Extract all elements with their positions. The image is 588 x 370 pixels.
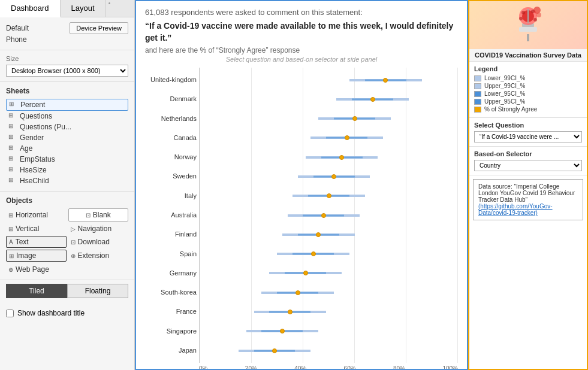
sheet-item-hsesize[interactable]: ⊞ HseSize bbox=[6, 165, 128, 175]
tab-dashboard[interactable]: Dashboard bbox=[0, 0, 61, 17]
image-icon: ⊞ bbox=[9, 253, 14, 259]
dot-point-italy bbox=[327, 193, 331, 198]
webpage-icon: ⊕ bbox=[8, 266, 13, 273]
vaccine-image bbox=[469, 1, 587, 49]
dot-row-singapore bbox=[200, 327, 458, 335]
sheet-item-empstatus[interactable]: ⊞ EmpStatus bbox=[6, 154, 128, 165]
dot-rows bbox=[200, 68, 458, 363]
sheet-item-percent[interactable]: ⊞ Percent bbox=[6, 99, 128, 111]
dot-row-australia bbox=[200, 211, 458, 220]
floating-button[interactable]: Floating bbox=[67, 284, 128, 298]
dot-point-singapore bbox=[280, 329, 285, 333]
legend-color-strongly-agree bbox=[474, 107, 481, 113]
x-label-0%: 0% bbox=[199, 365, 207, 370]
object-horizontal[interactable]: ⊞ Horizontal bbox=[6, 208, 67, 222]
extension-icon: ⊕ bbox=[71, 253, 76, 259]
survey-title: COVID19 Vaccination Survey Data bbox=[469, 49, 587, 62]
legend-item-lower95: Lower_95CI_% bbox=[474, 90, 582, 97]
dot-row-netherlands bbox=[200, 114, 458, 123]
legend-item-strongly-agree: % of Strongly Agree bbox=[474, 106, 582, 113]
right-panel: COVID19 Vaccination Survey Data Legend L… bbox=[468, 0, 588, 370]
object-label-navigation: Navigation bbox=[78, 225, 112, 233]
y-label-denmark: Denmark bbox=[145, 95, 199, 103]
legend-color-upper95 bbox=[474, 99, 481, 105]
data-source: Data source: "Imperial College London Yo… bbox=[473, 179, 583, 220]
object-image[interactable]: ⊞ Image bbox=[6, 250, 67, 262]
x-axis: 0%20%40%60%80%100% bbox=[145, 363, 458, 370]
objects-section: Objects ⊞ Horizontal ⊡ Blank ⊞ Vertical … bbox=[0, 192, 134, 280]
device-preview-button[interactable]: Device Preview bbox=[70, 22, 128, 34]
y-label-germany: Germany bbox=[145, 269, 199, 277]
object-label-image: Image bbox=[16, 251, 36, 260]
object-webpage[interactable]: ⊕ Web Page bbox=[6, 264, 128, 275]
sheet-icon-hsechild: ⊞ bbox=[8, 177, 17, 185]
sheet-item-gender[interactable]: ⊞ Gender bbox=[6, 132, 128, 143]
legend-section: Legend Lower_99CI_% Upper_99CI_% Lower_9… bbox=[469, 62, 587, 118]
y-label-norway: Norway bbox=[145, 153, 199, 161]
dot-row-norway bbox=[200, 153, 458, 162]
sheet-item-questions-pu[interactable]: ⊞ Questions (Pu... bbox=[6, 122, 128, 132]
based-on-section: Based-on Selector Country bbox=[469, 147, 587, 175]
left-panel: Dashboard Layout • Default Device Previe… bbox=[0, 0, 135, 370]
object-extension[interactable]: ⊕ Extension bbox=[68, 250, 129, 262]
legend-title: Legend bbox=[474, 65, 582, 72]
object-navigation[interactable]: ▷ Navigation bbox=[68, 223, 129, 234]
svg-point-8 bbox=[521, 11, 525, 14]
data-source-text: Data source: "Imperial College London Yo… bbox=[478, 183, 575, 203]
sheets-title: Sheets bbox=[6, 87, 128, 95]
dot-point-netherlands bbox=[352, 116, 357, 121]
dot-row-denmark bbox=[200, 95, 458, 104]
dot-row-sweden bbox=[200, 172, 458, 181]
horizontal-icon: ⊞ bbox=[8, 212, 13, 219]
object-text[interactable]: A Text bbox=[6, 236, 67, 248]
sheet-icon-empstatus: ⊞ bbox=[8, 155, 17, 163]
object-blank[interactable]: ⊡ Blank bbox=[68, 208, 129, 222]
dot-plot-inner: United-kingdomDenmarkNetherlandsCanadaNo… bbox=[145, 68, 458, 363]
tab-layout[interactable]: Layout bbox=[61, 0, 106, 17]
dot-row-canada bbox=[200, 134, 458, 142]
object-label-download: Download bbox=[78, 238, 110, 246]
sheet-item-age[interactable]: ⊞ Age bbox=[6, 143, 128, 154]
sheet-label-questions: Questions bbox=[20, 112, 52, 120]
object-vertical[interactable]: ⊞ Vertical bbox=[6, 223, 67, 234]
y-label-singapore: Singapore bbox=[145, 327, 199, 335]
tiled-button[interactable]: Tiled bbox=[6, 284, 67, 298]
blank-icon: ⊡ bbox=[86, 212, 91, 219]
show-title-row: Show dashboard title bbox=[0, 304, 134, 322]
dot-point-denmark bbox=[370, 97, 375, 102]
dot-row-south-korea bbox=[200, 289, 458, 297]
device-section: Default Device Preview Phone bbox=[0, 17, 134, 50]
dot-point-australia bbox=[321, 213, 326, 218]
size-section: Size Desktop Browser (1000 x 800) bbox=[0, 50, 134, 82]
tabs: Dashboard Layout • bbox=[0, 0, 134, 17]
sheets-list: ⊞ Percent ⊞ Questions ⊞ Questions (Pu...… bbox=[6, 99, 128, 186]
select-question-dropdown[interactable]: “If a Covid-19 vaccine were ... bbox=[474, 131, 582, 142]
select-question-title: Select Question bbox=[474, 122, 582, 129]
vertical-icon: ⊞ bbox=[8, 226, 13, 232]
dot-point-spain bbox=[311, 251, 316, 256]
x-label-20%: 20% bbox=[245, 365, 257, 370]
sheet-label-empstatus: EmpStatus bbox=[20, 155, 55, 163]
based-on-title: Based-on Selector bbox=[474, 150, 582, 157]
svg-point-11 bbox=[533, 18, 537, 22]
object-download[interactable]: ⊡ Download bbox=[68, 236, 129, 248]
select-question-section: Select Question “If a Covid-19 vaccine w… bbox=[469, 118, 587, 147]
based-on-dropdown[interactable]: Country bbox=[474, 160, 582, 171]
dot-point-canada bbox=[345, 135, 349, 140]
sheet-label-questions-pu: Questions (Pu... bbox=[20, 123, 71, 131]
chart-hint: Select question and based-on selector at… bbox=[145, 56, 458, 63]
y-label-italy: Italy bbox=[145, 192, 199, 200]
show-title-label: Show dashboard title bbox=[17, 309, 85, 317]
size-select[interactable]: Desktop Browser (1000 x 800) bbox=[6, 65, 128, 77]
y-label-netherlands: Netherlands bbox=[145, 115, 199, 123]
svg-rect-0 bbox=[519, 27, 537, 32]
dot-point-south-korea bbox=[295, 290, 300, 295]
dot-row-spain bbox=[200, 250, 458, 258]
dot-row-france bbox=[200, 308, 458, 316]
data-source-link[interactable]: (https://github.com/YouGov-Data/covid-19… bbox=[478, 203, 553, 216]
sheet-item-hsechild[interactable]: ⊞ HseChild bbox=[6, 175, 128, 186]
y-label-sweden: Sweden bbox=[145, 172, 199, 180]
sheet-item-questions[interactable]: ⊞ Questions bbox=[6, 111, 128, 122]
show-title-checkbox[interactable] bbox=[6, 310, 14, 317]
vaccine-svg bbox=[504, 4, 552, 46]
